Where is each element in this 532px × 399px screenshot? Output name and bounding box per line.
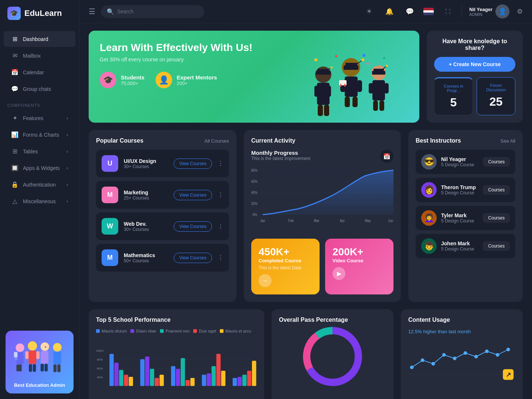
notification-icon[interactable]: 🔔 [383,5,396,18]
sidebar-item-dashboard[interactable]: ⊞ Dashboard [4,31,75,47]
settings-icon[interactable]: ⚙ [517,7,523,16]
view-courses-button-webdev[interactable]: View Courses [174,221,212,232]
search-bar[interactable]: 🔍 [101,5,204,18]
course-item-math: M Mathematics 50+ Courses View Courses ⋮ [96,244,229,272]
sidebar-item-calendar[interactable]: 📅 Calendar [4,64,75,80]
instructor-name: Tyler Mark [441,212,474,218]
hamburger-button[interactable]: ☰ [89,7,95,16]
app-logo[interactable]: 🎓 EduLearn [0,0,79,27]
legend-dot [220,329,224,333]
fullscreen-icon[interactable]: ⛶ [441,5,454,18]
top-section: Learn With Effectively With Us! Get 30% … [89,31,523,123]
avatar-tyler-mark: 👩‍🦱 [421,210,437,226]
sidebar-item-mailbox[interactable]: ✉ Mailbox [4,48,75,64]
sidebar-item-apps-widgets[interactable]: 🔲 Apps & Widgets › [4,160,75,176]
svg-rect-18 [54,352,61,365]
video-value: 200K+ [332,246,386,258]
courses-button-nil[interactable]: Courses [483,157,510,167]
sidebar-item-authentication[interactable]: 🔒 Authentication › [4,177,75,192]
calendar-button[interactable]: 📅 [380,150,393,163]
video-arrow-button[interactable]: ▶ [332,267,345,280]
chart-area: 80% 60% 40% 20% 0% Jan Feb Mar Apr [251,167,393,233]
svg-point-117 [442,353,446,357]
middle-section: Popular Courses All Courses U UI/UX Desi… [89,130,523,302]
sidebar-item-forms-charts[interactable]: 📊 Forms & Charts › [4,127,75,143]
sidebar-item-miscellaneous[interactable]: △ Miscellaneous › [4,193,75,209]
bottom-section: Top 5 School Performance Mauris dictum E… [89,309,523,399]
brightness-icon[interactable]: ☀ [362,5,375,18]
svg-text:80%: 80% [97,358,103,361]
svg-rect-41 [344,84,345,87]
instructor-name: Johen Mark [441,241,474,246]
svg-point-6 [28,341,37,351]
see-all-link[interactable]: See All [501,138,515,144]
sidebar-item-label: Tables [23,149,38,154]
sidebar-item-group-chats[interactable]: 💬 Group chats [4,81,75,97]
svg-rect-20 [57,364,61,372]
legend-dot [193,329,197,333]
svg-rect-95 [176,369,180,386]
search-input[interactable] [117,8,198,14]
instructor-courses: 5 Design Course [441,246,474,252]
svg-rect-103 [221,371,226,386]
auth-icon: 🔒 [11,181,18,188]
knowledge-title: Have More knoledge to share? [434,38,515,51]
sidebar-item-features[interactable]: ✦ Features › [4,110,75,126]
sidebar-item-tables[interactable]: ⊞ Tables › [4,143,75,159]
popular-courses-title: Popular Courses [96,137,143,144]
instructor-info-theron: Theron Trump 5 Design Course [441,184,476,195]
svg-point-121 [485,349,489,353]
svg-rect-50 [369,83,373,93]
message-icon[interactable]: 💬 [403,5,416,18]
view-courses-button-uiux[interactable]: View Courses [174,158,212,169]
courses-button-theron[interactable]: Courses [483,185,510,195]
course-info-marketing: Marketing 25+ Courses [124,190,168,201]
chevron-right-icon: › [66,149,68,154]
stat-students-info: Students 75,000+ [121,74,144,86]
view-courses-button-math[interactable]: View Courses [174,253,212,263]
view-courses-button-marketing[interactable]: View Courses [174,190,212,200]
sidebar-item-label: Calendar [23,69,44,75]
sidebar-item-label: Group chats [23,86,51,92]
students-icon: 🎓 [100,72,116,88]
svg-rect-102 [216,354,221,386]
courses-button-johen[interactable]: Courses [483,241,510,251]
svg-point-56 [362,54,365,57]
course-info-math: Mathematics 50+ Courses [124,252,168,263]
stat-students: 🎓 Students 75,000+ [100,72,144,88]
completed-value: 450K+ [259,246,312,258]
sidebar-item-label: Forms & Charts [23,132,59,138]
legend-praesent-non: Praesent non [160,329,190,333]
svg-text:Apr: Apr [340,218,345,223]
more-icon[interactable]: ⋮ [218,160,224,167]
current-activity-panel: Current Activity Monthly Progress This i… [244,130,401,302]
svg-text:60%: 60% [251,179,258,184]
language-flag[interactable] [423,8,434,15]
legend-etiam-vitae: Etiam vitae [130,329,156,333]
completed-arrow-button[interactable]: → [259,274,272,287]
header-right: ☀ 🔔 💬 ⛶ Nil Yeager ADMIN 👤 ⚙ [362,4,523,18]
calendar-icon: 📅 [11,69,18,76]
user-avatar[interactable]: 👤 [495,4,509,18]
instructor-tyler-mark: 👩‍🦱 Tyler Mark 5 Design Course Courses [416,206,515,230]
svg-text:Jun: Jun [388,218,393,223]
all-courses-link[interactable]: All Courses [205,138,229,144]
avatar-theron-trump: 👩 [421,182,437,198]
more-icon[interactable]: ⋮ [218,223,224,230]
mailbox-icon: ✉ [11,52,18,59]
instructor-courses: 5 Design Course [441,162,474,167]
more-icon[interactable]: ⋮ [218,191,224,198]
more-icon[interactable]: ⋮ [218,254,224,261]
courses-button-tyler[interactable]: Courses [483,213,510,223]
chevron-right-icon: › [66,116,68,121]
create-course-button[interactable]: + Create New Course [434,57,515,72]
video-course-card: 200K+ Video Course ▶ [325,239,393,294]
user-info: Nil Yeager ADMIN 👤 [469,4,509,18]
stat-cards-row: 450K+ Completed Course This is the lates… [251,239,393,294]
instructors-header: Best Instructors See All [416,137,515,144]
students-value: 75,000+ [121,81,144,86]
misc-icon: △ [11,198,18,205]
mentors-label: Expert Mentors [177,74,217,81]
mentors-icon: 👤 [156,72,172,88]
svg-text:100%: 100% [96,349,103,352]
